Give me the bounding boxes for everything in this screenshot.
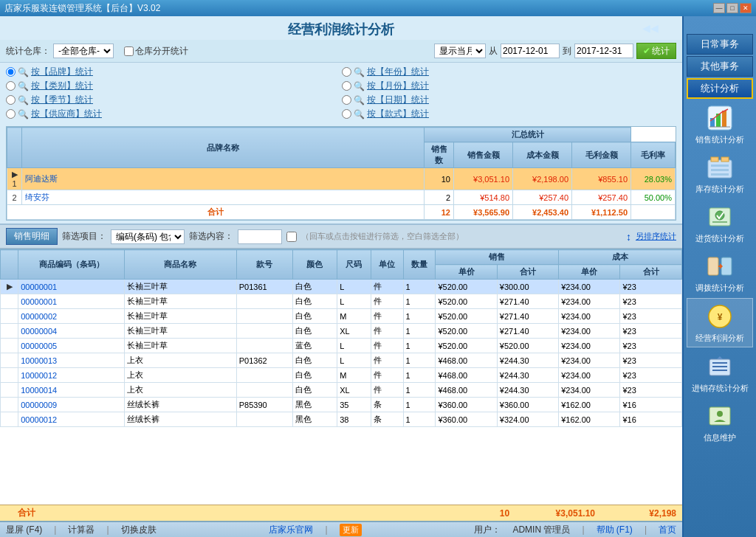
detail-row[interactable]: 00000002 长袖三叶草 白色 M 件 1 ¥520.00 ¥271.40 … [1,309,682,324]
svg-rect-10 [711,173,729,176]
func-display[interactable]: 显屏 (F4) [6,524,42,536]
sidebar-icon-purchase-stat[interactable]: 进货统计分析 [687,199,753,247]
sidebar-label-profit-stat: 经营利润分析 [695,333,744,344]
sidebar-icon-info-mgmt[interactable]: 信息维护 [687,398,753,446]
detail-cell-qty: 1 [403,368,436,383]
sidebar-btn-stat[interactable]: 统计分析 [687,78,753,99]
summary-section: 品牌名称 汇总统计 销售数 销售金额 成本金额 毛利金额 毛利率 [0,123,682,224]
close-button[interactable]: ✕ [740,3,752,13]
filter-field-select[interactable]: 编码(条码) 包含 商品名称 包含 款号 包含 颜色 包含 [111,229,185,244]
radio-supplier-label[interactable]: 按【供应商】统计 [31,108,102,120]
summary-table: 品牌名称 汇总统计 销售数 销售金额 成本金额 毛利金额 毛利率 [7,127,676,220]
app-title: 店家乐服装连锁管理系统【后台】V3.02 [4,2,713,15]
sidebar-label-sale-stat: 销售统计分析 [695,134,744,145]
search-icon6: 🔍 [354,95,365,105]
detail-row[interactable]: ▶ 00000001 长袖三叶草 P01361 白色 L 件 1 ¥520.00… [1,280,682,294]
sum-col-brand: 品牌名称 [22,128,425,168]
func-skin[interactable]: 切换皮肤 [121,524,157,536]
radio-year[interactable] [342,67,351,77]
search-icon: 🔍 [18,67,29,77]
radio-supplier[interactable] [6,109,16,119]
radio-category-label[interactable]: 按【类别】统计 [31,80,93,92]
radio-month[interactable] [342,81,351,91]
date-from-input[interactable]: 2017-12-01 [501,44,560,58]
help-link[interactable]: 帮助 (F1) [597,524,633,536]
radio-brand[interactable] [6,67,16,77]
radio-date-label[interactable]: 按【日期】统计 [367,94,429,106]
sum-col-gross: 毛利金额 [572,142,631,168]
radio-style[interactable] [342,109,351,119]
warehouse-split-wrap: 仓库分开统计 [124,45,188,58]
func-calculator[interactable]: 计算器 [68,524,94,536]
radio-month-label[interactable]: 按【月份】统计 [367,80,429,92]
maximize-button[interactable]: □ [726,3,738,13]
detail-cell-num [1,353,18,368]
warehouse-split-checkbox[interactable] [124,46,134,56]
detail-row[interactable]: 10000014 上衣 白色 XL 件 1 ¥468.00 ¥244.30 ¥2… [1,383,682,398]
radio-style-label[interactable]: 按【款式】统计 [367,108,429,120]
sidebar-icon-profit-stat[interactable]: ¥ 经营利润分析 [687,298,753,347]
warehouse-select[interactable]: -全部仓库- [53,44,114,58]
radio-brand-label[interactable]: 按【品牌】统计 [31,66,93,78]
detail-cell-num [1,383,18,398]
search-icon7: 🔍 [18,109,29,119]
detail-cell-cost-total: ¥16 [620,398,682,412]
detail-row[interactable]: 00000005 长袖三叶草 蓝色 L 件 1 ¥520.00 ¥520.00 … [1,339,682,353]
detail-cell-size: XL [337,383,371,398]
footer-sale-total: ¥3,051.10 [554,508,595,519]
sidebar-icon-adjust-stat[interactable]: 调拨统计分析 [687,249,753,297]
detail-row[interactable]: 00000009 丝绒长裤 P85390 黑色 35 条 1 ¥360.00 ¥… [1,398,682,412]
svg-rect-7 [721,157,729,162]
minimize-button[interactable]: — [713,3,725,13]
main-wrapper: 经营利润统计分析 统计仓库： -全部仓库- 仓库分开统计 显示当月 从 2017… [0,16,756,537]
sidebar-icon-stock-stat[interactable]: 库存统计分析 [687,150,753,198]
filter-content-input[interactable] [238,229,282,244]
detail-cell-cost-total: ¥23 [620,309,682,324]
stat-button[interactable]: ✔ 统计 [636,43,676,59]
detail-cell-qty: 1 [403,280,436,294]
sidebar-icon-inventory-stat[interactable]: 进销存统计分析 [687,349,753,397]
update-badge[interactable]: 更新 [340,524,362,536]
col-color: 颜色 [292,250,337,280]
website-link[interactable]: 店家乐官网 [269,524,313,536]
stat-mode-select[interactable]: 显示当月 [434,44,486,58]
detail-cell-qty: 1 [403,398,436,412]
detail-row[interactable]: 00000012 丝绒长裤 黑色 38 条 1 ¥360.00 ¥324.00 … [1,412,682,427]
detail-row[interactable]: 00000001 长袖三叶草 白色 L 件 1 ¥520.00 ¥271.40 … [1,294,682,309]
radio-category[interactable] [6,81,16,91]
radio-season[interactable] [6,95,16,105]
radio-item-date: 🔍 按【日期】统计 [342,94,676,106]
radio-season-label[interactable]: 按【季节】统计 [31,94,93,106]
summary-footer-row: 合计 12 ¥3,565.90 ¥2,453.40 ¥1,112.50 [7,205,676,220]
detail-cell-color: 蓝色 [292,339,337,353]
detail-row[interactable]: 10000012 上衣 白色 M 件 1 ¥468.00 ¥244.30 ¥23… [1,368,682,383]
detail-row[interactable]: 10000013 上衣 P01362 白色 L 件 1 ¥468.00 ¥244… [1,353,682,368]
detail-cell-cost-up: ¥234.00 [559,368,620,383]
sum-footer-gross: ¥1,112.50 [572,205,631,220]
sum-footer-rate [631,205,676,220]
radio-year-label[interactable]: 按【年份】统计 [367,66,429,78]
sidebar-btn-daily[interactable]: 日常事务 [687,34,753,55]
sort-link[interactable]: 另排序统计 [636,231,676,242]
date-to-input[interactable]: 2017-12-31 [574,44,633,58]
summary-row[interactable]: 2 绮安芬 2 ¥514.80 ¥257.40 ¥257.40 50.00% [7,190,676,205]
detail-row[interactable]: 00000004 长袖三叶草 白色 XL 件 1 ¥520.00 ¥271.40… [1,324,682,339]
detail-header: 销售明细 筛选项目： 编码(条码) 包含 商品名称 包含 款号 包含 颜色 包含… [0,225,682,249]
filter-checkbox[interactable] [286,232,297,242]
detail-cell-color: 白色 [292,353,337,368]
detail-table-wrap[interactable]: 商品编码（条码） 商品名称 款号 颜色 尺码 单位 数量 销售 成本 单价 [0,249,682,505]
detail-cell-code: 00000001 [18,294,125,309]
summary-row[interactable]: ▶ 1 阿迪达斯 10 ¥3,051.10 ¥2,198.00 ¥855.10 … [7,168,676,190]
detail-cell-code: 10000014 [18,383,125,398]
sidebar-icon-sale-stat[interactable]: 销售统计分析 [687,100,753,148]
user-label: 用户： [474,524,501,536]
sum-header-group: 汇总统计 [425,128,631,142]
home-link[interactable]: 首页 [659,524,676,536]
radio-date[interactable] [342,95,351,105]
warehouse-label: 统计仓库： [6,45,50,58]
svg-rect-14 [708,257,718,275]
sum-cell-sale: ¥514.80 [454,190,513,205]
sidebar-btn-other[interactable]: 其他事务 [687,56,753,77]
expand-icon[interactable]: ◀◀ [642,22,659,34]
sales-detail-tab[interactable]: 销售明细 [6,228,58,245]
